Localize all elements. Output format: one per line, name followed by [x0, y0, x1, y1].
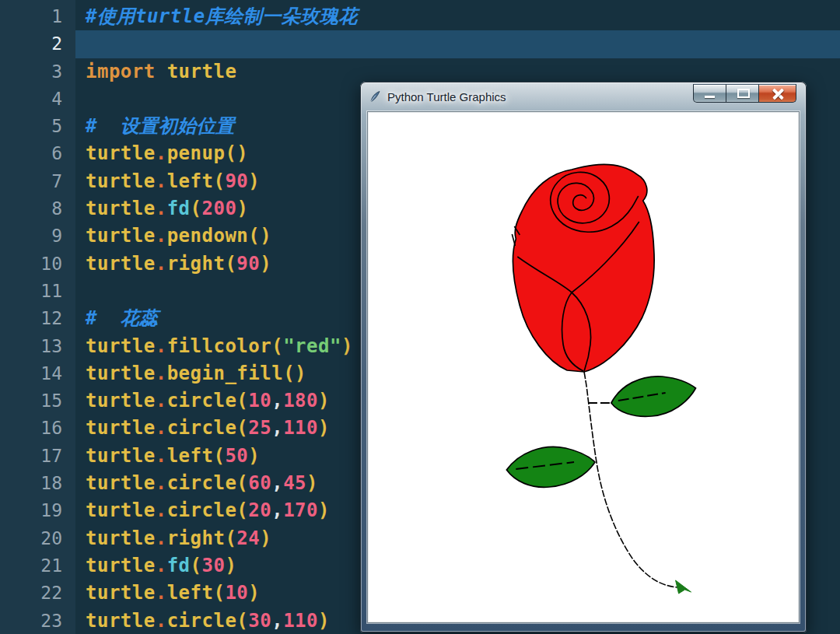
line-number: 20: [0, 525, 75, 552]
code-token: 200: [202, 198, 237, 219]
code-token: turtle: [86, 472, 156, 494]
line-number: 18: [0, 470, 75, 497]
code-token: .: [156, 335, 167, 357]
code-token: turtle: [86, 253, 156, 275]
window-title: Python Turtle Graphics: [387, 90, 506, 103]
window-controls: [694, 84, 796, 103]
code-token: 90: [225, 170, 248, 192]
code-token: ,: [271, 472, 283, 494]
code-token: .: [156, 472, 167, 494]
code-token: .: [156, 499, 167, 521]
code-token: 50: [225, 445, 248, 467]
code-token: .: [156, 225, 167, 247]
code-token: import: [86, 61, 167, 82]
line-number: 4: [0, 86, 75, 113]
code-token: turtle: [86, 610, 156, 632]
line-number: 2: [0, 30, 75, 58]
code-line[interactable]: 1#使用turtle库绘制一朵玫瑰花: [0, 3, 840, 30]
close-button[interactable]: [758, 84, 796, 103]
code-token: left: [167, 170, 214, 192]
maximize-button[interactable]: [726, 84, 759, 103]
code-token: penup: [167, 142, 226, 164]
code-token: ,: [271, 417, 283, 439]
code-token: .: [156, 170, 167, 192]
code-token: .: [156, 582, 167, 604]
code-token: 30: [202, 555, 226, 576]
code-token: .: [156, 417, 167, 439]
code-token: ): [341, 335, 353, 357]
code-token: (: [236, 499, 248, 521]
code-token: 90: [236, 253, 260, 275]
code-token: turtle: [86, 142, 156, 164]
code-token: 45: [283, 472, 306, 494]
code-token: circle: [167, 417, 237, 439]
code-token: circle: [167, 390, 237, 412]
code-token: ,: [271, 499, 283, 521]
code-token: ): [318, 390, 330, 412]
line-number: 11: [0, 278, 75, 305]
code-token: turtle: [86, 363, 156, 384]
code-token: 110: [283, 610, 318, 632]
code-token: left: [167, 445, 214, 467]
code-token: (: [225, 253, 236, 275]
code-token: begin_fill: [167, 363, 284, 384]
code-token: 110: [283, 417, 318, 439]
code-token: ): [248, 170, 260, 192]
left-leaf: [506, 447, 595, 487]
line-number: 19: [0, 497, 75, 524]
line-number: 3: [0, 58, 75, 86]
code-token: "red": [283, 335, 341, 357]
right-leaf: [611, 377, 696, 417]
code-token: turtle: [86, 225, 156, 247]
code-token: turtle: [86, 390, 156, 412]
code-token: # 花蕊: [86, 307, 159, 329]
code-token: 60: [248, 472, 271, 494]
minimize-button[interactable]: [693, 84, 726, 103]
code-token: .: [156, 253, 167, 275]
code-token: .: [156, 527, 167, 549]
code-line[interactable]: 2: [0, 30, 840, 58]
code-token: right: [167, 253, 226, 275]
code-token: 180: [283, 390, 318, 412]
code-token: (: [213, 582, 225, 604]
code-token: ): [248, 582, 260, 604]
line-number: 12: [0, 305, 75, 332]
line-number: 14: [0, 360, 75, 387]
code-token: (: [236, 472, 248, 494]
code-token: #使用turtle库绘制一朵玫瑰花: [86, 5, 358, 27]
code-token: ): [248, 445, 260, 467]
line-number: 8: [0, 195, 75, 222]
code-token: turtle: [86, 198, 156, 219]
code-token: (: [236, 417, 248, 439]
line-number: 13: [0, 333, 75, 360]
code-token: 10: [248, 390, 271, 412]
code-token: turtle: [86, 555, 156, 576]
code-token: turtle: [86, 499, 156, 521]
code-token: .: [156, 142, 167, 164]
code-token: (: [213, 170, 225, 192]
code-token: ): [225, 555, 236, 576]
code-token: ): [260, 527, 271, 549]
code-token: (: [225, 527, 236, 549]
code-token: circle: [167, 472, 237, 494]
code-token: fillcolor: [167, 335, 272, 357]
window-titlebar[interactable]: Python Turtle Graphics: [360, 82, 807, 111]
code-token: ): [318, 417, 330, 439]
code-token: (: [191, 198, 202, 219]
code-text[interactable]: [75, 30, 840, 58]
line-number: 5: [0, 113, 75, 140]
code-token: left: [167, 582, 214, 604]
code-text[interactable]: #使用turtle库绘制一朵玫瑰花: [75, 3, 840, 30]
code-token: turtle: [86, 527, 156, 549]
code-token: ): [306, 472, 318, 494]
code-token: ): [236, 198, 248, 219]
code-token: # 设置初始位置: [86, 115, 235, 137]
code-token: (: [236, 610, 248, 632]
code-token: (): [225, 142, 248, 164]
line-number: 15: [0, 387, 75, 415]
code-token: .: [156, 198, 167, 219]
code-token: .: [156, 610, 167, 632]
turtle-cursor: [676, 580, 691, 594]
code-token: fd: [167, 555, 191, 576]
code-token: turtle: [86, 582, 156, 604]
